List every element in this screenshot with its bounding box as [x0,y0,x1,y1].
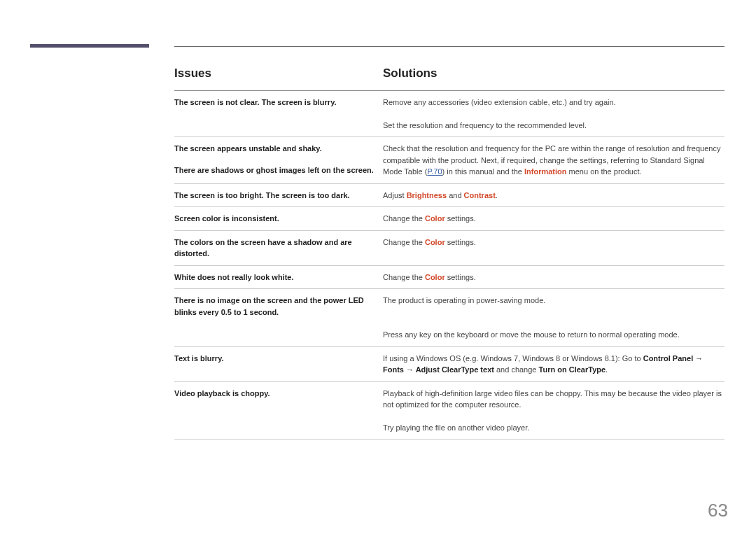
issue-cell: Video playback is choppy. [174,381,383,416]
issue-cell: Text is blurry. [174,346,383,381]
rule-top [174,46,724,47]
solution-cell: Playback of high-definition large video … [383,381,724,416]
solution-cell: Change the Color settings. [383,207,724,230]
issue-cell: The screen is too bright. The screen is … [174,183,383,206]
content-area: Issues Solutions The screen is not clear… [174,46,724,440]
solution-cell: Check that the resolution and frequency … [383,137,724,183]
header-issues: Issues [174,66,383,80]
issue-cell [174,416,383,440]
issue-cell: The screen is not clear. The screen is b… [174,91,383,114]
table-row: The screen is too bright. The screen is … [174,183,724,206]
solution-cell: Change the Color settings. [383,265,724,288]
table-row: White does not really look white.Change … [174,265,724,288]
issue-cell: White does not really look white. [174,265,383,288]
table-row: Try playing the file on another video pl… [174,416,724,440]
row-separator [174,439,724,440]
table-headers: Issues Solutions [174,66,724,80]
table-row: There is no image on the screen and the … [174,289,724,324]
troubleshooting-table: The screen is not clear. The screen is b… [174,91,724,440]
solution-cell: The product is operating in power-saving… [383,289,724,324]
table-row: Video playback is choppy.Playback of hig… [174,381,724,416]
issue-cell: The screen appears unstable and shaky.Th… [174,137,383,183]
solution-cell: Remove any accessories (video extension … [383,91,724,114]
page-number: 63 [708,500,728,521]
solution-cell: Adjust Brightness and Contrast. [383,183,724,206]
table-row: The colors on the screen have a shadow a… [174,230,724,265]
table-row: The screen appears unstable and shaky.Th… [174,137,724,183]
solution-cell: Set the resolution and frequency to the … [383,114,724,137]
solution-cell: If using a Windows OS (e.g. Windows 7, W… [383,346,724,381]
issue-cell [174,114,383,137]
accent-bar [30,44,149,48]
table-row: Set the resolution and frequency to the … [174,114,724,137]
table-row: Screen color is inconsistent.Change the … [174,207,724,230]
header-solutions: Solutions [383,66,724,80]
issue-cell: The colors on the screen have a shadow a… [174,230,383,265]
issue-cell: Screen color is inconsistent. [174,207,383,230]
solution-cell: Try playing the file on another video pl… [383,416,724,440]
solution-cell: Press any key on the keyboard or move th… [383,323,724,346]
table-row: Text is blurry.If using a Windows OS (e.… [174,346,724,381]
issue-cell: There is no image on the screen and the … [174,289,383,324]
table-row: Press any key on the keyboard or move th… [174,323,724,346]
table-row: The screen is not clear. The screen is b… [174,91,724,114]
issue-cell [174,323,383,346]
solution-cell: Change the Color settings. [383,230,724,265]
